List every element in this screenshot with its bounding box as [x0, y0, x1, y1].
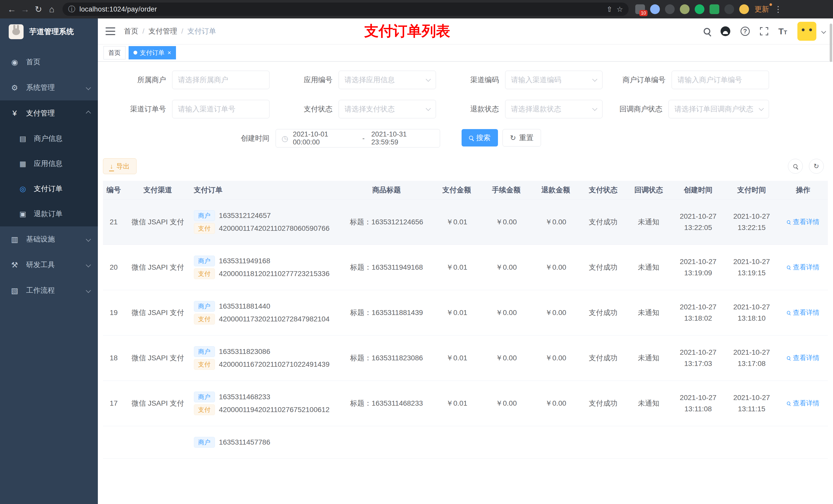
pay-tag: 支付	[194, 223, 215, 234]
extension-icons: 10	[635, 4, 749, 14]
refund-status-select[interactable]: 请选择退款状态	[505, 100, 602, 118]
table-row[interactable]: 21 微信 JSAPI 支付 商户1635312124657 支付4200001…	[103, 199, 828, 245]
download-icon: ↓	[110, 163, 113, 170]
pin-extension-icon[interactable]	[724, 4, 734, 14]
browser-menu-icon[interactable]: ⋮	[772, 4, 784, 14]
tab-label: 首页	[109, 49, 121, 57]
goods-title: 标题：1635311468233	[350, 399, 423, 407]
app-no-select[interactable]: 请选择应用信息	[339, 71, 436, 89]
breadcrumb-payment[interactable]: 支付管理	[148, 26, 177, 36]
tab-pay-order[interactable]: 支付订单 ×	[128, 46, 176, 59]
address-bar[interactable]: ⓘ localhost:1024/pay/order ⇧ ☆	[63, 3, 628, 16]
notify-status-select[interactable]: 请选择订单回调商户状态	[669, 100, 769, 118]
col-channel: 支付渠道	[124, 181, 191, 199]
tab-home[interactable]: 首页	[103, 46, 125, 59]
goods-title: 标题：1635311881439	[350, 309, 423, 316]
sidebar-item-home[interactable]: ◉ 首页	[0, 49, 98, 75]
extensions-grid-icon[interactable]: 10	[635, 4, 645, 14]
col-created: 创建时间	[671, 181, 725, 199]
search-button[interactable]: 搜索	[461, 129, 498, 146]
scrollbar-thumb[interactable]	[830, 24, 832, 62]
site-info-icon[interactable]: ⓘ	[68, 4, 75, 14]
hide-search-icon[interactable]	[788, 159, 803, 174]
drop-extension-icon[interactable]	[650, 4, 660, 14]
close-tab-icon[interactable]: ×	[168, 49, 171, 56]
channel-code-select[interactable]: 请输入渠道编码	[505, 71, 602, 89]
help-icon[interactable]: ?	[740, 27, 750, 36]
sidebar-item-refund-order[interactable]: ▣ 退款订单	[0, 201, 98, 226]
col-action: 操作	[779, 181, 828, 199]
table-row[interactable]: 18 微信 JSAPI 支付 商户1635311823086 支付4200001…	[103, 335, 828, 381]
filter-label: 回调商户状态	[602, 104, 669, 114]
view-detail-link[interactable]: 查看详情	[787, 399, 820, 408]
filter-row: 创建时间 ◷ 2021-10-01 00:00:00 - 2021-10-31 …	[103, 129, 828, 147]
chevron-down-icon	[759, 106, 764, 111]
table-row[interactable]: 19 微信 JSAPI 支付 商户1635311881440 支付4200001…	[103, 290, 828, 335]
app-logo[interactable]: 芋道管理系统	[0, 19, 98, 45]
view-detail-link[interactable]: 查看详情	[787, 308, 820, 317]
fullscreen-icon[interactable]	[760, 27, 768, 35]
sidebar-item-app-info[interactable]: ▦ 应用信息	[0, 151, 98, 176]
notify-status: 未通知	[638, 218, 659, 226]
chat-extension-icon[interactable]	[710, 4, 719, 14]
sidebar-item-payment[interactable]: ¥ 支付管理	[0, 100, 98, 126]
pay-status-select[interactable]: 请选择支付状态	[339, 100, 436, 118]
filter-create-time: 创建时间 ◷ 2021-10-01 00:00:00 - 2021-10-31 …	[103, 129, 440, 147]
view-detail-link[interactable]: 查看详情	[787, 217, 820, 226]
order-id: 19	[110, 309, 118, 316]
filter-merchant: 所属商户	[103, 71, 269, 89]
sidebar-toggle-icon[interactable]	[105, 27, 115, 35]
table-row-partial[interactable]: 商户1635311457786	[103, 426, 828, 458]
sidebar-item-merchant-info[interactable]: ▤ 商户信息	[0, 126, 98, 151]
goods-title: 标题：1635311823086	[350, 354, 423, 362]
table-row[interactable]: 20 微信 JSAPI 支付 商户1635311949168 支付4200001…	[103, 245, 828, 290]
merchant-order-no-input[interactable]	[672, 71, 769, 89]
filter-label: 应用编号	[269, 75, 339, 85]
view-detail-link[interactable]: 查看详情	[787, 354, 820, 362]
fee-amount: ￥0.00	[496, 263, 517, 271]
browser-update-button[interactable]: 更新	[755, 4, 769, 14]
breadcrumb-home[interactable]: 首页	[124, 26, 138, 36]
channel-order-no-input[interactable]	[172, 100, 269, 118]
sidebar-item-pay-order[interactable]: ◎ 支付订单	[0, 176, 98, 201]
share-icon[interactable]: ⇧	[606, 5, 612, 14]
table-row[interactable]: 17 微信 JSAPI 支付 商户1635311468233 支付4200001…	[103, 381, 828, 426]
filter-channel-code: 渠道编码 请输入渠道编码	[436, 71, 602, 89]
date-range-input[interactable]: ◷ 2021-10-01 00:00:00 - 2021-10-31 23:59…	[276, 129, 440, 147]
search-icon[interactable]	[704, 28, 710, 34]
app-title: 芋道管理系统	[29, 27, 74, 37]
merchant-filter-input[interactable]	[172, 71, 269, 89]
export-button[interactable]: ↓ 导出	[103, 158, 137, 174]
view-detail-link[interactable]: 查看详情	[787, 263, 820, 272]
user-avatar[interactable]	[798, 22, 816, 41]
dark-extension-icon[interactable]	[665, 4, 675, 14]
merchant-tag: 商户	[194, 210, 215, 221]
pay-tag: 支付	[194, 404, 215, 415]
font-size-icon[interactable]: TT	[779, 26, 787, 37]
browser-back-icon[interactable]: ←	[5, 3, 19, 16]
green-extension-icon[interactable]	[680, 4, 690, 14]
pay-order-no: 4200001174202110278060590766	[219, 224, 330, 233]
sidebar-item-infrastructure[interactable]: ▥ 基础设施	[0, 226, 98, 252]
reset-button[interactable]: ↻ 重置	[503, 129, 541, 146]
top-navbar: 首页 / 支付管理 / 支付订单 支付订单列表 ? TT	[98, 19, 833, 44]
avatar-caret-icon[interactable]	[821, 29, 826, 33]
github-icon[interactable]	[720, 26, 730, 36]
bookmark-star-icon[interactable]: ☆	[617, 5, 623, 14]
pay-channel: 微信 JSAPI 支付	[132, 399, 184, 407]
check-extension-icon[interactable]	[695, 4, 705, 14]
navbar-actions: ? TT	[704, 22, 825, 41]
browser-reload-icon[interactable]: ↻	[32, 3, 45, 16]
sidebar-item-workflow[interactable]: ▧ 工作流程	[0, 278, 98, 303]
profile-avatar-icon[interactable]	[739, 4, 749, 14]
filter-refund-status: 退款状态 请选择退款状态	[436, 100, 602, 118]
sidebar-item-label: 退款订单	[34, 209, 63, 219]
refresh-table-icon[interactable]: ↻	[809, 159, 824, 174]
paid-time: 2021-10-2713:19:15	[728, 256, 776, 279]
browser-home-icon[interactable]: ⌂	[45, 3, 58, 16]
sidebar-item-system[interactable]: ⚙ 系统管理	[0, 75, 98, 100]
browser-forward-icon[interactable]: →	[19, 3, 32, 16]
pay-channel: 微信 JSAPI 支付	[132, 263, 184, 271]
sidebar-item-dev-tools[interactable]: ⚒ 研发工具	[0, 252, 98, 278]
col-amount: 支付金额	[432, 181, 481, 199]
